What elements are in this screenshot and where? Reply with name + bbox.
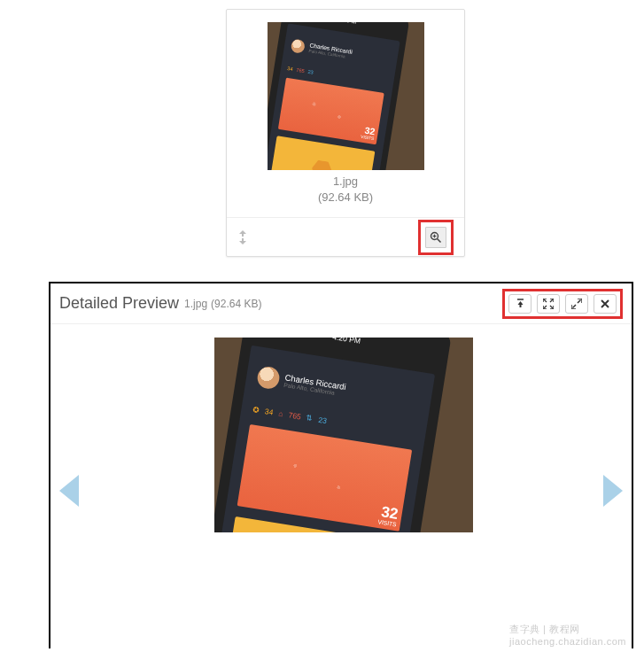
zoom-button-highlight — [418, 220, 454, 255]
phone-map-banner: 32 VISITS — [277, 77, 384, 144]
phone-map-banner: 32 VISITS — [237, 424, 412, 531]
watermark: 查字典 | 教程网 jiaocheng.chazidian.com — [509, 623, 626, 647]
close-icon — [601, 299, 609, 308]
visits-label: VISITS — [360, 135, 374, 141]
phone-screen: Charles Riccardi Palo Alto, California 3… — [268, 23, 400, 170]
thumbnail-filename: 1.jpg — [227, 174, 464, 190]
thumbnail-card: 4:20 PM Charles Riccardi Palo Alto, Cali… — [226, 9, 465, 257]
visits-count: 32 — [378, 504, 399, 522]
fullscreen-button[interactable] — [537, 294, 560, 314]
badge-3: 23 — [307, 69, 314, 75]
phone-time: 4:20 PM — [332, 338, 361, 345]
badge-2: 765 — [295, 67, 304, 74]
expand-diagonal-icon — [571, 299, 582, 309]
preview-image[interactable]: 4:20 PM Charles Riccardi Palo Alto, Cali… — [214, 338, 473, 532]
svg-line-1 — [438, 238, 441, 242]
watermark-line1: 查字典 | 教程网 — [509, 623, 626, 636]
fullscreen-icon — [543, 299, 554, 309]
phone-mock-large: 4:20 PM Charles Riccardi Palo Alto, Cali… — [214, 338, 452, 532]
watermark-line2: jiaocheng.chazidian.com — [509, 636, 626, 647]
zoom-in-icon — [430, 231, 442, 244]
avatar — [256, 366, 281, 391]
prev-arrow[interactable] — [59, 475, 79, 507]
preview-title: Detailed Preview — [59, 294, 179, 313]
badge-icon-1: ✪ — [252, 405, 262, 415]
phone-time: 4:20 PM — [334, 22, 357, 24]
badge-3: 23 — [318, 415, 328, 425]
thumbnail-image-wrap: 4:20 PM Charles Riccardi Palo Alto, Cali… — [227, 10, 464, 174]
zoom-button[interactable] — [425, 227, 446, 248]
phone-screen: Charles Riccardi Palo Alto, California ✪… — [214, 345, 435, 532]
next-arrow[interactable] — [603, 475, 623, 507]
preview-header: Detailed Preview 1.jpg (92.64 KB) — [50, 283, 632, 324]
preview-filename: 1.jpg — [184, 298, 207, 310]
preview-panel: Detailed Preview 1.jpg (92.64 KB) — [49, 282, 633, 648]
avatar — [290, 38, 305, 53]
badge-icon-2: ⌂ — [275, 409, 285, 419]
thumbnail-footer — [227, 217, 464, 256]
thumbnail-filesize: (92.64 KB) — [227, 190, 464, 206]
toggle-header-button[interactable] — [508, 294, 531, 314]
preview-filesize: (92.64 KB) — [211, 298, 261, 310]
badge-1: 34 — [286, 66, 292, 72]
badge-1: 34 — [264, 408, 274, 417]
visits-label: VISITS — [377, 518, 397, 527]
close-button[interactable] — [594, 294, 617, 314]
preview-toolbar-highlight — [502, 289, 623, 319]
phone-mock-small: 4:20 PM Charles Riccardi Palo Alto, Cali… — [268, 22, 410, 170]
borderless-button[interactable] — [565, 294, 588, 314]
thumbnail-image[interactable]: 4:20 PM Charles Riccardi Palo Alto, Cali… — [268, 22, 424, 170]
badge-icon-3: ⇅ — [304, 414, 316, 423]
thumbnail-caption: 1.jpg (92.64 KB) — [227, 174, 464, 206]
hex-icon — [310, 159, 333, 170]
toggle-header-icon — [516, 299, 524, 309]
badge-2: 765 — [288, 411, 302, 422]
preview-body: 4:20 PM Charles Riccardi Palo Alto, Cali… — [50, 324, 632, 648]
drag-handle-icon[interactable] — [237, 230, 248, 244]
